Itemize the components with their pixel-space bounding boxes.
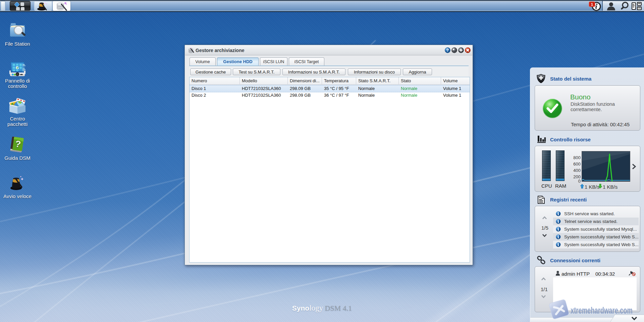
svg-text:?: ? bbox=[446, 48, 449, 53]
svg-text:1: 1 bbox=[591, 2, 593, 6]
